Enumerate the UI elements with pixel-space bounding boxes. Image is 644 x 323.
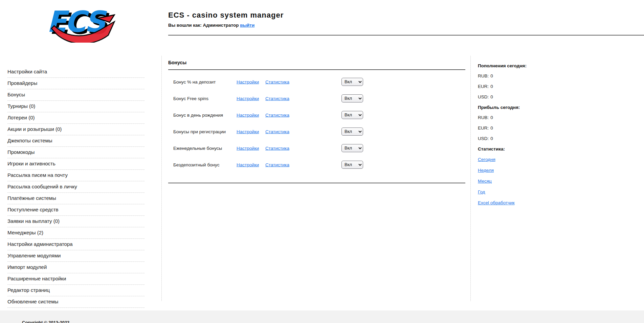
settings-link[interactable]: Настройки — [237, 79, 259, 84]
sidebar-item-payment-systems[interactable]: Платёжные системы — [7, 193, 145, 204]
stats-year-link[interactable]: Год — [478, 189, 485, 194]
sidebar-item-module-management[interactable]: Управление модулями — [7, 250, 145, 262]
header: ECS - casino system manager Вы вошли как… — [168, 11, 284, 28]
page-title: ECS - casino system manager — [168, 11, 284, 20]
statistics-link[interactable]: Статистика — [265, 129, 289, 134]
sidebar-item-pm-mailing[interactable]: Рассылка сообщений в личку — [7, 181, 145, 193]
sidebar-item-players-activity[interactable]: Игроки и активность — [7, 158, 145, 170]
statistics-link[interactable]: Статистика — [265, 96, 289, 101]
main-rightpanel-divider — [470, 56, 471, 301]
stats-excel-link[interactable]: Excel обработчик — [478, 200, 515, 205]
sidebar-item-page-editor[interactable]: Редактор страниц — [7, 285, 145, 296]
bonus-row-deposit-percent: Бонус % на депозит Настройки Статистика … — [168, 73, 465, 90]
currency-value: 0 — [490, 125, 493, 131]
bonus-name: Бездепозитный бонус — [173, 162, 219, 167]
ecs-logo-swoosh-icon — [47, 5, 118, 43]
currency-value: 0 — [490, 84, 493, 89]
settings-link[interactable]: Настройки — [237, 96, 259, 101]
bonus-toggle-select[interactable]: Вкл — [341, 144, 363, 152]
statistics-link[interactable]: Статистика — [265, 112, 289, 117]
profit-today-title: Прибыль сегодня: — [478, 105, 637, 111]
bonus-row-weekly: Еженедельные бонусы Настройки Статистика… — [168, 140, 465, 156]
settings-link[interactable]: Настройки — [237, 112, 259, 117]
logout-link[interactable]: выйти — [240, 23, 254, 28]
currency-label: USD: — [478, 136, 489, 141]
header-divider — [168, 35, 644, 36]
bonus-toggle-select[interactable]: Вкл — [341, 78, 363, 86]
sidebar-main-divider — [161, 56, 162, 301]
bonus-rows: Бонус % на депозит Настройки Статистика … — [168, 73, 465, 173]
currency-value: 0 — [490, 136, 493, 141]
footer: Copyright © 2013-2022 — [0, 310, 644, 323]
settings-link[interactable]: Настройки — [237, 145, 259, 151]
bonus-name: Бонус в день рождения — [173, 112, 223, 117]
bonus-name: Бонус Free spins — [173, 96, 208, 101]
statistics-links: Сегодня Неделя Месяц Год Excel обработчи… — [478, 156, 637, 206]
statistics-link[interactable]: Статистика — [265, 145, 289, 151]
sidebar-item-bonuses[interactable]: Бонусы — [7, 89, 145, 101]
login-user: Администратор — [203, 23, 239, 28]
sidebar-item-providers[interactable]: Провайдеры — [7, 78, 145, 89]
sidebar-item-site-settings[interactable]: Настройки сайта — [7, 66, 145, 78]
currency-value: 0 — [490, 115, 493, 120]
sidebar-item-incoming-funds[interactable]: Поступление средств — [7, 204, 145, 216]
sidebar-item-advanced-settings[interactable]: Расширенные настройки — [7, 273, 145, 285]
sidebar-item-module-import[interactable]: Импорт модулей — [7, 262, 145, 273]
stats-today-link[interactable]: Сегодня — [478, 157, 495, 162]
sidebar-nav: Настройки сайта Провайдеры Бонусы Турнир… — [7, 66, 145, 308]
deposits-today-title: Пополнения сегодня: — [478, 63, 637, 69]
bonus-toggle-select[interactable]: Вкл — [341, 161, 363, 169]
bonus-toggle-select[interactable]: Вкл — [341, 111, 363, 119]
deposits-usd: USD:0 — [478, 94, 637, 100]
statistics-title: Статистика: — [478, 146, 637, 152]
bonus-name: Еженедельные бонусы — [173, 145, 222, 151]
bonus-toggle-select[interactable]: Вкл — [341, 128, 363, 136]
deposits-eur: EUR:0 — [478, 84, 637, 90]
login-status: Вы вошли как: Администратор выйти — [168, 23, 284, 28]
sidebar-item-admin-settings[interactable]: Настройки администратора — [7, 239, 145, 250]
section-divider-bottom — [168, 183, 465, 183]
settings-link[interactable]: Настройки — [237, 162, 259, 167]
sidebar-item-lotteries[interactable]: Лотереи (0) — [7, 112, 145, 124]
login-prefix: Вы вошли как: — [168, 23, 202, 28]
right-panel: Пополнения сегодня: RUB:0 EUR:0 USD:0 Пр… — [478, 63, 637, 210]
currency-label: USD: — [478, 94, 489, 99]
bonus-name: Бонусы при регистрации — [173, 129, 226, 134]
settings-link[interactable]: Настройки — [237, 129, 259, 134]
sidebar-item-payout-requests[interactable]: Заявки на выплату (0) — [7, 216, 145, 227]
sidebar-item-tournaments[interactable]: Турниры (0) — [7, 101, 145, 112]
sidebar-item-jackpots[interactable]: Джекпоты системы — [7, 135, 145, 147]
sidebar-item-promocodes[interactable]: Промокоды — [7, 147, 145, 158]
copyright-text: Copyright © 2013-2022 — [22, 320, 69, 323]
bonus-row-birthday: Бонус в день рождения Настройки Статисти… — [168, 107, 465, 123]
currency-label: EUR: — [478, 125, 489, 131]
sidebar-item-email-mailing[interactable]: Рассылка писем на почту — [7, 170, 145, 181]
bonuses-section: Бонусы Бонус % на депозит Настройки Стат… — [168, 60, 465, 183]
sidebar-item-system-update[interactable]: Обновление системы — [7, 296, 145, 308]
bonus-name: Бонус % на депозит — [173, 79, 216, 84]
currency-value: 0 — [490, 94, 493, 99]
stats-month-link[interactable]: Месяц — [478, 179, 492, 184]
statistics-link[interactable]: Статистика — [265, 162, 289, 167]
profit-usd: USD:0 — [478, 136, 637, 142]
profit-rub: RUB:0 — [478, 115, 637, 121]
section-title: Бонусы — [168, 60, 465, 66]
sidebar-item-managers[interactable]: Менеджеры (2) — [7, 227, 145, 239]
deposits-rub: RUB:0 — [478, 73, 637, 79]
currency-value: 0 — [490, 73, 493, 78]
statistics-link[interactable]: Статистика — [265, 79, 289, 84]
bonus-row-free-spins: Бонус Free spins Настройки Статистика Вк… — [168, 90, 465, 107]
section-divider-top — [168, 69, 465, 70]
bonus-toggle-select[interactable]: Вкл — [341, 94, 363, 102]
bonus-row-registration: Бонусы при регистрации Настройки Статист… — [168, 123, 465, 140]
bonus-row-no-deposit: Бездепозитный бонус Настройки Статистика… — [168, 156, 465, 173]
profit-eur: EUR:0 — [478, 125, 637, 131]
stats-week-link[interactable]: Неделя — [478, 168, 494, 173]
currency-label: EUR: — [478, 84, 489, 89]
currency-label: RUB: — [478, 73, 489, 78]
ecs-logo: ECS ECS — [47, 5, 118, 43]
currency-label: RUB: — [478, 115, 489, 120]
sidebar-item-promotions[interactable]: Акции и розыгрыши (0) — [7, 124, 145, 135]
